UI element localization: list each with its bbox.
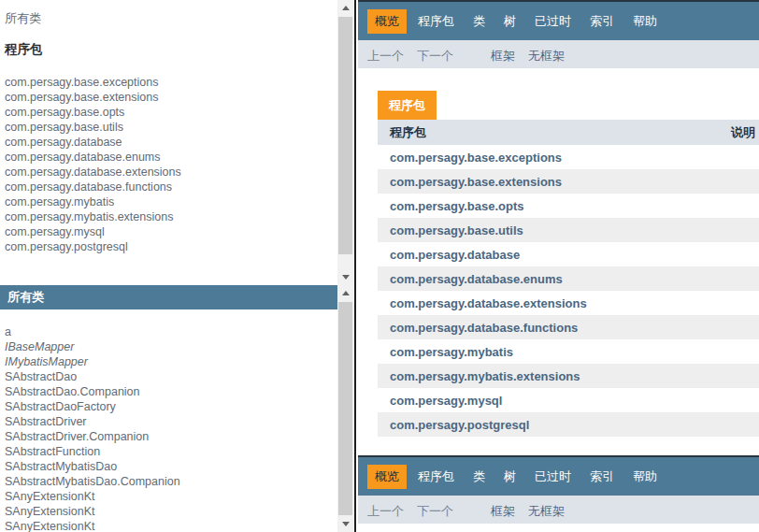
description-cell [731,145,759,169]
nav-tab[interactable]: 树 [496,9,523,34]
sidebar-class-link[interactable]: SAbstractMybatisDao [5,459,353,474]
sidebar-class-link[interactable]: SAnyExtensionKt [5,489,353,504]
nav-tab[interactable]: 概览 [367,9,407,34]
scroll-down-button[interactable] [337,269,353,285]
nav-tab-list: 概览程序包类树已过时索引帮助 [367,465,759,489]
sidebar-class-link[interactable]: SAnyExtensionKt [5,504,353,519]
sidebar-package-link[interactable]: com.persagy.base.extensions [5,90,353,105]
sidebar-package-link[interactable]: com.persagy.base.opts [5,105,353,120]
description-cell [731,388,759,412]
next-label: 下一个 [417,504,453,518]
sidebar-package-link[interactable]: com.persagy.mybatis.extensions [5,209,353,224]
prev-label: 上一个 [367,49,404,63]
sidebar-package-link[interactable]: com.persagy.mybatis [5,194,353,209]
description-cell [731,412,759,437]
scroll-down-button[interactable] [337,516,353,532]
description-cell [731,194,759,218]
description-cell [731,218,759,242]
javadoc-page: 所有类 程序包 com.persagy.base.exceptionscom.p… [0,0,759,532]
package-link[interactable]: com.persagy.base.exceptions [390,151,562,165]
package-link[interactable]: com.persagy.database.extensions [390,296,587,310]
sidebar-package-link[interactable]: com.persagy.database.functions [5,180,353,194]
package-link[interactable]: com.persagy.mybatis.extensions [390,369,580,383]
package-link[interactable]: com.persagy.mybatis [390,345,513,359]
sidebar-package-link[interactable]: com.persagy.mysql [5,224,353,239]
arrow-down-icon [342,275,350,280]
table-row: com.persagy.mybatis [378,339,759,364]
nav-tab[interactable]: 帮助 [625,9,665,34]
sidebar-class-link[interactable]: IMybatisMapper [5,354,353,369]
sidebar-class-link[interactable]: SAbstractDriver.Companion [5,429,353,444]
description-cell [731,291,759,315]
table-row: com.persagy.database.functions [378,315,759,339]
nav-tab[interactable]: 概览 [367,465,407,489]
table-row: com.persagy.base.opts [378,194,759,218]
description-cell [731,339,759,364]
all-classes-frame-scrollbar[interactable] [337,285,353,532]
arrow-up-icon [342,291,350,295]
sidebar-class-link[interactable]: SAbstractDaoFactory [5,399,353,414]
no-frames-link[interactable]: 无框架 [528,504,565,518]
frames-link[interactable]: 框架 [491,504,515,518]
package-link[interactable]: com.persagy.database.functions [390,321,578,335]
description-cell [731,266,759,291]
sidebar-package-link[interactable]: com.persagy.base.utils [5,120,353,135]
nav-tab[interactable]: 程序包 [410,9,462,34]
nav-tab[interactable]: 树 [496,465,523,489]
sidebar-package-link[interactable]: com.persagy.database.enums [5,150,353,165]
package-link[interactable]: com.persagy.base.extensions [390,175,562,189]
sidebar-class-link[interactable]: SAnyExtensionKt [5,519,353,532]
package-link[interactable]: com.persagy.base.opts [390,199,524,213]
sidebar-class-link[interactable]: SAbstractDao.Companion [5,384,353,399]
prev-label: 上一个 [367,504,404,518]
scroll-up-button[interactable] [337,285,353,301]
scrollbar-thumb[interactable] [338,17,352,254]
sidebar-class-link[interactable]: a [5,324,353,339]
nav-tab-list: 概览程序包类树已过时索引帮助 [367,9,759,34]
sidebar-class-link[interactable]: SAbstractFunction [5,444,353,459]
description-cell [731,169,759,194]
nav-tab[interactable]: 索引 [582,465,622,489]
package-link[interactable]: com.persagy.base.utils [390,223,523,237]
package-link[interactable]: com.persagy.database [390,248,520,262]
nav-tab[interactable]: 索引 [582,9,622,34]
sidebar-package-link[interactable]: com.persagy.base.exceptions [5,75,353,90]
main-frame: 概览程序包类树已过时索引帮助 上一个下一个框架无框架 程序包 程序包 说明 co [358,0,759,532]
nav-tab[interactable]: 类 [465,9,493,34]
package-list: com.persagy.base.exceptionscom.persagy.b… [0,75,353,254]
package-link[interactable]: com.persagy.mysql [390,394,502,408]
column-header-package: 程序包 [378,120,731,145]
nav-tab[interactable]: 类 [465,465,493,489]
nav-tab[interactable]: 帮助 [625,465,665,489]
package-link[interactable]: com.persagy.postgresql [390,418,529,432]
arrow-up-icon [342,6,350,10]
nav-tab[interactable]: 程序包 [410,465,462,489]
nav-tab[interactable]: 已过时 [527,465,579,489]
bottom-navbar: 概览程序包类树已过时索引帮助 [358,455,759,496]
table-row: com.persagy.database.enums [378,266,759,291]
overview-frame-scrollbar[interactable] [337,0,353,285]
sidebar-class-link[interactable]: IBaseMapper [5,339,353,354]
all-classes-link[interactable]: 所有类 [5,10,353,27]
overview-frame: 所有类 程序包 com.persagy.base.exceptionscom.p… [0,0,353,285]
scrollbar-thumb[interactable] [338,302,352,515]
sidebar-package-link[interactable]: com.persagy.database.extensions [5,165,353,180]
sidebar-class-link[interactable]: SAbstractDriver [5,414,353,429]
no-frames-link[interactable]: 无框架 [528,49,565,63]
packages-summary-section: 程序包 程序包 说明 com.persagy.base.exceptions [358,68,759,437]
sidebar-package-link[interactable]: com.persagy.postgresql [5,239,353,254]
arrow-down-icon [342,522,350,526]
package-link[interactable]: com.persagy.database.enums [390,272,563,286]
scroll-up-button[interactable] [337,0,353,16]
table-row: com.persagy.mybatis.extensions [378,364,759,388]
frames-link[interactable]: 框架 [491,49,515,63]
all-classes-header: 所有类 [0,285,337,309]
sidebar-class-link[interactable]: SAbstractMybatisDao.Companion [5,474,353,489]
class-list: aIBaseMapperIMybatisMapperSAbstractDaoSA… [0,324,353,532]
sidebar-class-link[interactable]: SAbstractDao [5,369,353,384]
top-subnav: 上一个下一个框架无框架 [358,40,759,68]
nav-tab[interactable]: 已过时 [527,9,579,34]
sidebar-package-link[interactable]: com.persagy.database [5,135,353,150]
packages-summary-table: 程序包 说明 com.persagy.base.exceptions com.p… [378,120,759,437]
all-classes-frame: 所有类 aIBaseMapperIMybatisMapperSAbstractD… [0,285,353,532]
